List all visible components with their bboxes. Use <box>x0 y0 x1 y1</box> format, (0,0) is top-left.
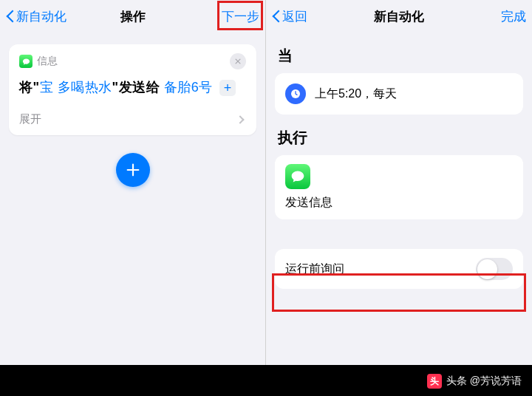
add-recipient-button[interactable]: + <box>219 80 236 96</box>
nav-back-label: 新自动化 <box>16 8 66 25</box>
card-header: 信息 <box>19 53 246 69</box>
close-icon <box>234 58 242 65</box>
expand-row[interactable]: 展开 <box>19 103 246 135</box>
add-action-fab[interactable] <box>116 153 150 187</box>
clock-icon <box>285 83 306 104</box>
card-close-button[interactable] <box>230 53 246 69</box>
screen-actions: 新自动化 操作 下一步 信息 将"宝 多喝热水"发送给 <box>0 0 266 365</box>
card-body: 将"宝 多喝热水"发送给 备胎6号 + <box>19 77 246 98</box>
chevron-left-icon <box>6 9 15 24</box>
nav-next-label: 下一步 <box>222 8 259 25</box>
text-prefix: 将" <box>19 80 40 95</box>
navbar-left: 新自动化 操作 下一步 <box>0 0 265 33</box>
messages-app-icon <box>285 164 310 189</box>
section-when-label: 当 <box>278 46 520 66</box>
nav-back-button[interactable]: 返回 <box>272 8 331 25</box>
toutiao-logo-icon: 头 <box>427 374 442 389</box>
ask-before-run-label: 运行前询问 <box>285 262 344 277</box>
recipient-token[interactable]: 备胎6号 <box>164 80 213 95</box>
nav-back-label: 返回 <box>282 8 307 25</box>
message-token[interactable]: 宝 多喝热水 <box>40 80 112 95</box>
messages-app-icon <box>19 55 33 68</box>
chevron-right-icon <box>236 115 244 123</box>
screen-summary: 返回 新自动化 完成 当 上午5:20，每天 执行 发送信息 运行前询问 <box>266 0 532 365</box>
nav-back-button[interactable]: 新自动化 <box>6 8 66 25</box>
trigger-row[interactable]: 上午5:20，每天 <box>275 73 523 115</box>
nav-done-label: 完成 <box>501 8 526 25</box>
action-card[interactable]: 信息 将"宝 多喝热水"发送给 备胎6号 + 展开 <box>9 44 256 135</box>
action-label: 发送信息 <box>285 195 513 211</box>
action-row[interactable]: 发送信息 <box>275 155 523 219</box>
section-do-label: 执行 <box>278 128 520 148</box>
plus-icon <box>125 162 141 178</box>
nav-next-button[interactable]: 下一步 <box>200 8 259 25</box>
trigger-text: 上午5:20，每天 <box>315 86 397 102</box>
watermark: 头 头条 @芳说芳语 <box>427 374 522 389</box>
chevron-left-icon <box>272 9 281 24</box>
watermark-text: 头条 @芳说芳语 <box>446 375 522 388</box>
ask-before-run-row: 运行前询问 <box>275 249 523 289</box>
text-mid: "发送给 <box>112 80 160 95</box>
card-app-label: 信息 <box>37 55 58 68</box>
expand-label: 展开 <box>19 112 41 126</box>
navbar-right: 返回 新自动化 完成 <box>266 0 532 33</box>
ask-before-run-toggle[interactable] <box>476 258 513 280</box>
nav-done-button[interactable]: 完成 <box>467 8 526 25</box>
